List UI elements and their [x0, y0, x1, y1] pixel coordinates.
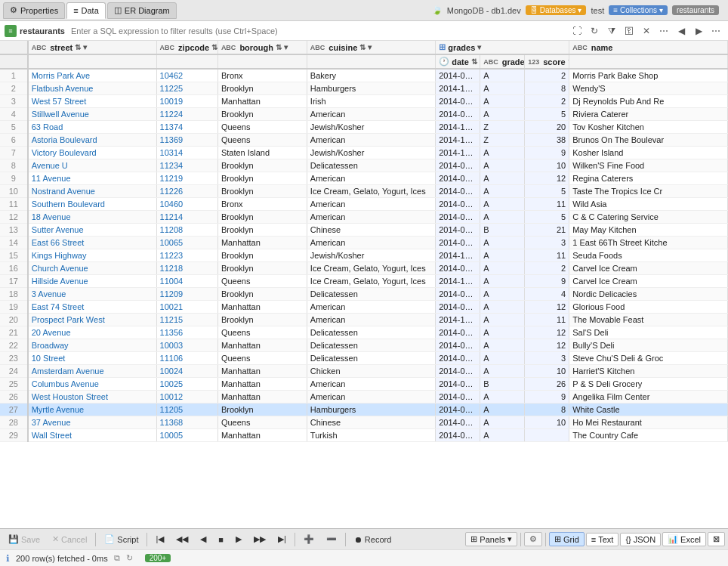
grade-cell[interactable]: A	[480, 69, 525, 82]
cuisine-cell[interactable]: Hamburgers	[307, 82, 435, 95]
zipcode-cell[interactable]: 11374	[156, 121, 217, 134]
row-number[interactable]: 11	[0, 198, 28, 211]
table-row[interactable]: 19East 74 Street10021ManhattanAmerican20…	[0, 301, 728, 314]
borough-cell[interactable]: Queens	[217, 326, 307, 339]
name-cell[interactable]: Morris Park Bake Shop	[569, 69, 728, 82]
delete-row-button[interactable]: ➖	[321, 532, 342, 546]
table-row[interactable]: 11Southern Boulevard10460BronxAmerican20…	[0, 198, 728, 211]
nav-forward-icon[interactable]: ▶	[691, 24, 706, 38]
table-row[interactable]: 8Avenue U11234BrooklynDelicatessen2014-0…	[0, 159, 728, 172]
zipcode-cell[interactable]: 10024	[156, 365, 217, 378]
borough-cell[interactable]: Brooklyn	[217, 224, 307, 237]
row-number[interactable]: 19	[0, 301, 28, 314]
table-row[interactable]: 7Victory Boulevard10314Staten IslandJewi…	[0, 147, 728, 159]
zipcode-cell[interactable]: 10003	[156, 339, 217, 352]
row-number[interactable]: 26	[0, 391, 28, 404]
score-cell[interactable]: 9	[525, 275, 569, 288]
cuisine-cell[interactable]: Ice Cream, Gelato, Yogurt, Ices	[307, 185, 435, 198]
date-cell[interactable]: 2014-10-06 04:00:00	[436, 147, 480, 159]
nav-extra-icon[interactable]: ⋯	[708, 24, 723, 38]
zipcode-cell[interactable]: 11234	[156, 159, 217, 172]
cuisine-cell[interactable]: American	[307, 134, 435, 147]
name-cell[interactable]: Wild Asia	[569, 198, 728, 211]
date-cell[interactable]: 2014-09-06 04:00:00	[436, 95, 480, 108]
nav-stop-button[interactable]: ■	[213, 533, 229, 546]
zipcode-cell[interactable]: 11225	[156, 82, 217, 95]
table-row[interactable]: 1218 Avenue11214BrooklynAmerican2014-04-…	[0, 211, 728, 224]
json-view-button[interactable]: {} JSON	[620, 533, 661, 546]
name-cell[interactable]: Carvel Ice Cream	[569, 262, 728, 275]
zipcode-cell[interactable]: 11356	[156, 326, 217, 339]
street-filter-icon[interactable]: ▾	[83, 43, 87, 51]
street-cell[interactable]: 20 Avenue	[28, 326, 156, 339]
name-cell[interactable]: P & S Deli Grocery	[569, 378, 728, 391]
grade-cell[interactable]: A	[480, 95, 525, 108]
name-cell[interactable]: Wilken'S Fine Food	[569, 159, 728, 172]
nav-prev-single-button[interactable]: ◀	[195, 532, 211, 546]
grade-cell[interactable]: A	[480, 159, 525, 172]
name-cell[interactable]: Sal'S Deli	[569, 326, 728, 339]
cuisine-cell[interactable]: American	[307, 301, 435, 314]
table-row[interactable]: 183 Avenue11209BrooklynDelicatessen2014-…	[0, 288, 728, 301]
row-number[interactable]: 7	[0, 147, 28, 159]
date-cell[interactable]: 2014-05-29 04:00:00	[436, 159, 480, 172]
row-number[interactable]: 9	[0, 172, 28, 185]
date-cell[interactable]: 2014-06-10 04:00:00	[436, 108, 480, 121]
score-cell[interactable]: 12	[525, 172, 569, 185]
borough-cell[interactable]: Manhattan	[217, 95, 307, 108]
zipcode-cell[interactable]: 11368	[156, 416, 217, 429]
street-cell[interactable]: 3 Avenue	[28, 288, 156, 301]
score-cell[interactable]: 10	[525, 416, 569, 429]
score-cell[interactable]: 4	[525, 288, 569, 301]
cuisine-cell[interactable]: Delicatessen	[307, 339, 435, 352]
date-cell[interactable]: 2014-09-16 04:00:00	[436, 224, 480, 237]
name-cell[interactable]: May May Kitchen	[569, 224, 728, 237]
score-cell[interactable]: 38	[525, 134, 569, 147]
name-cell[interactable]: Dj Reynolds Pub And Re	[569, 95, 728, 108]
table-row[interactable]: 3West 57 Street10019ManhattanIrish2014-0…	[0, 95, 728, 108]
row-number[interactable]: 17	[0, 275, 28, 288]
grade-cell[interactable]: A	[480, 416, 525, 429]
refresh-icon-status[interactable]: ↻	[126, 553, 133, 563]
name-cell[interactable]: Glorious Food	[569, 301, 728, 314]
zipcode-cell[interactable]: 10025	[156, 378, 217, 391]
tab-data[interactable]: ≡ Data	[66, 2, 106, 19]
name-cell[interactable]: Seuda Foods	[569, 249, 728, 262]
grade-cell[interactable]: A	[480, 429, 525, 442]
tab-er-diagram[interactable]: ◫ ER Diagram	[107, 2, 177, 19]
street-cell[interactable]: 11 Avenue	[28, 172, 156, 185]
borough-cell[interactable]: Brooklyn	[217, 108, 307, 121]
table-row[interactable]: 2Flatbush Avenue11225BrooklynHamburgers2…	[0, 82, 728, 95]
score-cell[interactable]: 11	[525, 249, 569, 262]
zipcode-cell[interactable]: 11215	[156, 314, 217, 326]
score-cell[interactable]: 3	[525, 352, 569, 365]
panels-button[interactable]: ⊞ Panels ▾	[465, 532, 517, 546]
name-cell[interactable]: 1 East 66Th Street Kitche	[569, 237, 728, 249]
zipcode-cell[interactable]: 11106	[156, 352, 217, 365]
date-cell[interactable]: 2014-11-24 03:00:00	[436, 121, 480, 134]
score-cell[interactable]: 12	[525, 301, 569, 314]
record-button[interactable]: ⏺ Record	[349, 533, 396, 546]
name-cell[interactable]: C & C Catering Service	[569, 211, 728, 224]
street-cell[interactable]: Wall Street	[28, 429, 156, 442]
name-cell[interactable]: Kosher Island	[569, 147, 728, 159]
street-cell[interactable]: Avenue U	[28, 159, 156, 172]
date-cell[interactable]: 2014-08-21 04:00:00	[436, 288, 480, 301]
zipcode-cell[interactable]: 11218	[156, 262, 217, 275]
more-icon[interactable]: ⋯	[656, 24, 671, 38]
zipcode-cell[interactable]: 10012	[156, 391, 217, 404]
date-cell[interactable]: 2014-08-16 04:00:00	[436, 326, 480, 339]
score-cell[interactable]: 2	[525, 69, 569, 82]
table-row[interactable]: 13Sutter Avenue11208BrooklynChinese2014-…	[0, 224, 728, 237]
nav-last-button[interactable]: ▶|	[273, 532, 292, 546]
filter-clear-icon[interactable]: ✕	[639, 24, 654, 38]
borough-cell[interactable]: Manhattan	[217, 429, 307, 442]
row-number[interactable]: 22	[0, 339, 28, 352]
date-sort-icon[interactable]: ⇅	[471, 57, 477, 66]
cuisine-cell[interactable]: Jewish/Kosher	[307, 249, 435, 262]
table-row[interactable]: 14East 66 Street10065ManhattanAmerican20…	[0, 237, 728, 249]
score-cell[interactable]: 12	[525, 326, 569, 339]
name-cell[interactable]: Brunos On The Boulevar	[569, 134, 728, 147]
street-cell[interactable]: Astoria Boulevard	[28, 134, 156, 147]
table-row[interactable]: 911 Avenue11219BrooklynAmerican2014-07-1…	[0, 172, 728, 185]
